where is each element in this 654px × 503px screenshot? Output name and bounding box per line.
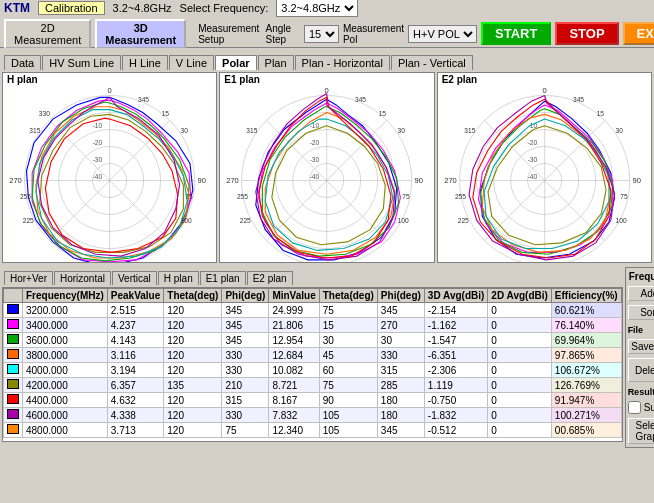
row-peak: 4.237 [107, 318, 163, 333]
svg-text:15: 15 [596, 110, 604, 117]
btn-start[interactable]: START [481, 22, 551, 45]
tab-plan[interactable]: Plan [258, 55, 294, 70]
svg-text:-20: -20 [310, 139, 320, 146]
row-min: 12.340 [269, 423, 319, 438]
main-tab-row: Data HV Sum Line H Line V Line Polar Pla… [0, 48, 654, 70]
calibration-label: Calibration [38, 1, 105, 15]
angle-step-select[interactable]: 15105 [304, 25, 339, 43]
tab-data[interactable]: Data [4, 55, 41, 70]
row-min: 7.832 [269, 408, 319, 423]
tab-v-line[interactable]: V Line [169, 55, 214, 70]
row-theta1: 120 [164, 348, 222, 363]
svg-text:30: 30 [398, 127, 406, 134]
data-table-area: Frequency(MHz) PeakValue Theta(deg) Phi(… [2, 287, 623, 442]
svg-text:270: 270 [9, 176, 22, 185]
sub-tab-hplan[interactable]: H plan [158, 271, 199, 285]
row-theta2: 75 [319, 378, 377, 393]
row-avg3d: -1.547 [424, 333, 487, 348]
sub-tab-vertical[interactable]: Vertical [112, 271, 157, 285]
row-theta2: 105 [319, 423, 377, 438]
row-min: 12.954 [269, 333, 319, 348]
polar-charts-area: H plan 0 90 180 270 -10 -20 -30 -40 [0, 70, 654, 265]
table-row: 4800.000 3.713 120 75 12.340 105 345 -0.… [4, 423, 622, 438]
svg-text:-30: -30 [93, 156, 103, 163]
tab-plan-horizontal[interactable]: Plan - Horizontal [295, 55, 390, 70]
header: KTM Calibration 3.2~4.8GHz Select Freque… [0, 0, 654, 70]
row-freq: 3400.000 [23, 318, 108, 333]
e2-plan-title: E2 plan [438, 73, 651, 86]
row-phi1: 345 [222, 333, 269, 348]
e1-plan-svg: 0 90 180 270 -10 -20 -30 -40 345 15 30 3… [220, 86, 433, 263]
meas-pol-select[interactable]: H+V POLH POLV POL [408, 25, 477, 43]
table-row: 4600.000 4.338 120 330 7.832 105 180 -1.… [4, 408, 622, 423]
freq-select[interactable]: 3.2~4.8GHz [276, 0, 358, 17]
table-row: 4400.000 4.632 120 315 8.167 90 180 -0.7… [4, 393, 622, 408]
summary-label: Summary [644, 402, 654, 413]
tab-polar[interactable]: Polar [215, 55, 257, 70]
sub-tab-horizontal[interactable]: Horizontal [54, 271, 111, 285]
svg-text:30: 30 [181, 127, 189, 134]
btn-2d-measurement[interactable]: 2D Measurement [4, 19, 91, 49]
row-peak: 4.143 [107, 333, 163, 348]
row-theta2: 30 [319, 333, 377, 348]
sort-button[interactable]: Sort [628, 305, 654, 320]
sub-tab-row: Hor+Ver Horizontal Vertical H plan E1 pl… [0, 265, 625, 285]
bottom-section: Hor+Ver Horizontal Vertical H plan E1 pl… [0, 265, 654, 450]
svg-text:330: 330 [39, 110, 50, 117]
row-phi2: 180 [377, 393, 424, 408]
row-theta2: 60 [319, 363, 377, 378]
row-phi1: 75 [222, 423, 269, 438]
add-button[interactable]: Add [628, 286, 654, 301]
tab-hv-sum-line[interactable]: HV Sum Line [42, 55, 121, 70]
frequency-label: Frequency [628, 270, 654, 283]
svg-text:270: 270 [444, 176, 457, 185]
btn-stop[interactable]: STOP [555, 22, 618, 45]
svg-text:90: 90 [632, 176, 640, 185]
summary-row: Summary Report [628, 400, 654, 415]
col-eff: Efficiency(%) [551, 289, 621, 303]
save-as-button[interactable]: Save as [628, 339, 654, 354]
row-color [4, 303, 23, 318]
svg-text:0: 0 [325, 86, 329, 95]
row-theta2: 45 [319, 348, 377, 363]
btn-3d-measurement[interactable]: 3D Measurement [95, 19, 186, 49]
tab-plan-vertical[interactable]: Plan - Vertical [391, 55, 473, 70]
freq-range: 3.2~4.8GHz [113, 2, 172, 14]
svg-text:345: 345 [355, 96, 366, 103]
e2-plan-chart: E2 plan 0 90 180 270 -10 -20 -30 -40 [437, 72, 652, 263]
col-avg3d: 3D Avg(dBi) [424, 289, 487, 303]
row-freq: 3200.000 [23, 303, 108, 318]
table-row: 3400.000 4.237 120 345 21.806 15 270 -1.… [4, 318, 622, 333]
btn-exit[interactable]: EXIT [623, 22, 654, 45]
svg-text:-30: -30 [310, 156, 320, 163]
col-peak: PeakValue [107, 289, 163, 303]
svg-text:0: 0 [542, 86, 546, 95]
svg-text:-40: -40 [310, 173, 320, 180]
row-avg3d: -6.351 [424, 348, 487, 363]
row-theta1: 120 [164, 333, 222, 348]
row-min: 10.082 [269, 363, 319, 378]
row-avg3d: -0.512 [424, 423, 487, 438]
row-eff: 60.621% [551, 303, 621, 318]
row-phi1: 315 [222, 393, 269, 408]
delete2-button[interactable]: Delete [628, 358, 654, 382]
row-avg2d: 0 [488, 318, 551, 333]
row-theta1: 120 [164, 423, 222, 438]
row-peak: 3.116 [107, 348, 163, 363]
sub-tab-e2plan[interactable]: E2 plan [247, 271, 293, 285]
tab-h-line[interactable]: H Line [122, 55, 168, 70]
measurement-setup-label: Measurement Setup [198, 23, 261, 45]
svg-text:255: 255 [455, 193, 466, 200]
row-theta1: 120 [164, 408, 222, 423]
select-graph-button[interactable]: Select Graph [628, 418, 654, 444]
row-min: 8.721 [269, 378, 319, 393]
table-row: 4200.000 6.357 135 210 8.721 75 285 1.11… [4, 378, 622, 393]
row-avg3d: -0.750 [424, 393, 487, 408]
svg-text:90: 90 [415, 176, 423, 185]
svg-text:225: 225 [240, 217, 251, 224]
row-phi1: 330 [222, 408, 269, 423]
summary-checkbox[interactable] [628, 401, 641, 414]
sub-tab-horver[interactable]: Hor+Ver [4, 271, 53, 285]
sub-tab-e1plan[interactable]: E1 plan [200, 271, 246, 285]
row-color [4, 423, 23, 438]
